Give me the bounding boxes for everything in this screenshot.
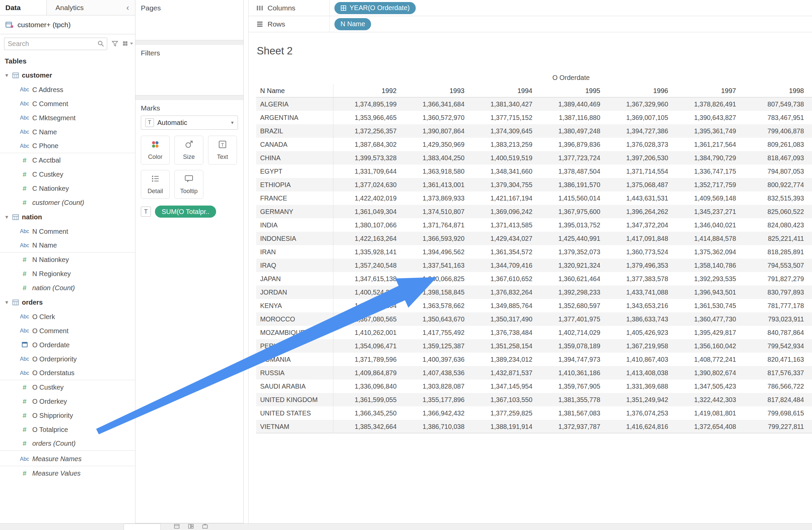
- value-cell[interactable]: 1,357,240,548: [333, 259, 401, 272]
- value-cell[interactable]: 1,425,440,991: [537, 232, 605, 245]
- row-label[interactable]: RUSSIA: [256, 366, 333, 380]
- value-cell[interactable]: 1,380,107,066: [333, 218, 401, 232]
- row-label[interactable]: SAUDI ARABIA: [256, 380, 333, 393]
- value-cell[interactable]: 1,375,362,094: [673, 245, 741, 259]
- field-c-phone[interactable]: AbcC Phone: [0, 139, 135, 153]
- value-cell[interactable]: 1,388,191,914: [469, 420, 537, 433]
- value-cell[interactable]: 1,422,163,264: [333, 232, 401, 245]
- value-cell[interactable]: 1,372,256,357: [333, 124, 401, 138]
- value-cell[interactable]: 840,787,864: [741, 326, 809, 339]
- value-cell[interactable]: 1,359,078,189: [537, 339, 605, 353]
- value-cell[interactable]: 1,377,715,152: [469, 111, 537, 124]
- value-cell[interactable]: 1,352,717,759: [673, 178, 741, 191]
- new-story-icon[interactable]: [202, 524, 208, 530]
- field-o-orderkey[interactable]: #O Orderkey: [0, 394, 135, 409]
- value-cell[interactable]: 1,355,177,896: [401, 393, 469, 407]
- value-cell[interactable]: 1,369,096,242: [469, 205, 537, 218]
- value-cell[interactable]: 1,410,262,001: [333, 326, 401, 339]
- field-o-orderdate[interactable]: O Orderdate: [0, 338, 135, 352]
- row-label[interactable]: CHINA: [256, 151, 333, 165]
- pages-shelf[interactable]: Pages: [135, 0, 243, 40]
- value-cell[interactable]: 1,410,867,403: [605, 353, 673, 366]
- value-cell[interactable]: 1,433,741,088: [605, 285, 673, 299]
- value-cell[interactable]: 1,385,342,664: [333, 420, 401, 433]
- value-cell[interactable]: 1,395,361,749: [673, 124, 741, 138]
- row-label[interactable]: ALGERIA: [256, 98, 333, 111]
- value-cell[interactable]: 1,416,624,816: [605, 420, 673, 433]
- value-cell[interactable]: 793,023,911: [741, 312, 809, 326]
- year-column-header[interactable]: 1992: [333, 84, 401, 97]
- value-cell[interactable]: 1,396,943,501: [673, 285, 741, 299]
- value-cell[interactable]: 1,377,723,724: [537, 151, 605, 165]
- value-cell[interactable]: 1,371,764,871: [401, 218, 469, 232]
- field-o-totalprice[interactable]: #O Totalprice: [0, 423, 135, 437]
- field-c-mktsegment[interactable]: AbcC Mktsegment: [0, 111, 135, 125]
- value-cell[interactable]: 1,381,567,083: [537, 407, 605, 420]
- row-label[interactable]: ROMANIA: [256, 353, 333, 366]
- collapse-pane-icon[interactable]: ‹: [120, 0, 135, 15]
- value-cell[interactable]: 1,344,671,104: [333, 299, 401, 312]
- value-cell[interactable]: 1,360,477,730: [673, 312, 741, 326]
- columns-shelf[interactable]: Columns YEAR(O Orderdate): [249, 0, 812, 16]
- value-cell[interactable]: 1,394,496,562: [401, 245, 469, 259]
- value-cell[interactable]: 1,361,354,572: [469, 245, 537, 259]
- value-cell[interactable]: 799,542,934: [741, 339, 809, 353]
- value-cell[interactable]: 1,377,024,630: [333, 178, 401, 191]
- value-cell[interactable]: 1,343,653,216: [605, 299, 673, 312]
- value-cell[interactable]: 1,376,738,484: [469, 326, 537, 339]
- value-cell[interactable]: 1,349,885,764: [469, 299, 537, 312]
- value-cell[interactable]: 799,698,615: [741, 407, 809, 420]
- year-column-header[interactable]: 1995: [537, 84, 605, 97]
- field-c-acctbal[interactable]: #C Acctbal: [0, 153, 135, 167]
- value-cell[interactable]: 1,361,413,001: [401, 178, 469, 191]
- year-column-header[interactable]: 1994: [469, 84, 537, 97]
- value-cell[interactable]: 1,351,249,942: [605, 393, 673, 407]
- field-c-address[interactable]: AbcC Address: [0, 83, 135, 97]
- value-cell[interactable]: 1,337,541,163: [401, 259, 469, 272]
- value-cell[interactable]: 1,345,237,271: [673, 205, 741, 218]
- field-measure-values[interactable]: #Measure Values: [0, 466, 135, 480]
- value-cell[interactable]: 1,387,684,302: [333, 138, 401, 151]
- value-cell[interactable]: 1,432,871,537: [469, 366, 537, 380]
- tab-analytics[interactable]: Analytics: [46, 0, 120, 15]
- value-cell[interactable]: 1,352,680,597: [537, 299, 605, 312]
- value-cell[interactable]: 1,336,096,840: [333, 380, 401, 393]
- value-cell[interactable]: 791,827,279: [741, 272, 809, 285]
- year-column-header[interactable]: 1996: [605, 84, 673, 97]
- value-cell[interactable]: 1,386,633,743: [605, 312, 673, 326]
- value-cell[interactable]: 1,381,340,427: [469, 98, 537, 111]
- field-o-orderpriority[interactable]: AbcO Orderpriority: [0, 352, 135, 366]
- new-dashboard-icon[interactable]: [188, 524, 193, 530]
- value-cell[interactable]: 1,360,773,524: [605, 245, 673, 259]
- filter-fields-icon[interactable]: [111, 40, 119, 47]
- field-customer-count[interactable]: #customer (Count): [0, 195, 135, 210]
- value-cell[interactable]: 820,471,163: [741, 353, 809, 366]
- row-label[interactable]: MOZAMBIQUE: [256, 326, 333, 339]
- value-cell[interactable]: 1,361,530,745: [673, 299, 741, 312]
- value-cell[interactable]: 1,347,372,204: [605, 218, 673, 232]
- value-cell[interactable]: 1,361,049,304: [333, 205, 401, 218]
- row-label[interactable]: JAPAN: [256, 272, 333, 285]
- value-cell[interactable]: 1,360,572,970: [401, 111, 469, 124]
- value-cell[interactable]: 1,380,497,248: [537, 124, 605, 138]
- value-cell[interactable]: 818,285,891: [741, 245, 809, 259]
- row-label[interactable]: GERMANY: [256, 205, 333, 218]
- value-cell[interactable]: 1,419,081,801: [673, 407, 741, 420]
- value-cell[interactable]: 1,394,727,386: [605, 124, 673, 138]
- value-cell[interactable]: 1,394,747,973: [537, 353, 605, 366]
- row-label[interactable]: INDONESIA: [256, 232, 333, 245]
- value-cell[interactable]: 1,443,631,531: [605, 191, 673, 205]
- year-column-header[interactable]: 1998: [741, 84, 809, 97]
- year-column-header[interactable]: 1997: [673, 84, 741, 97]
- value-cell[interactable]: 807,549,738: [741, 98, 809, 111]
- value-cell[interactable]: 1,421,167,194: [469, 191, 537, 205]
- row-label[interactable]: IRAQ: [256, 259, 333, 272]
- value-cell[interactable]: 830,797,893: [741, 285, 809, 299]
- table-group-orders[interactable]: ▾orders: [0, 295, 135, 310]
- value-cell[interactable]: 825,221,411: [741, 232, 809, 245]
- row-label[interactable]: INDIA: [256, 218, 333, 232]
- year-column-header[interactable]: 1993: [401, 84, 469, 97]
- search-input[interactable]: [7, 40, 98, 48]
- value-cell[interactable]: 824,080,423: [741, 218, 809, 232]
- value-cell[interactable]: 1,379,496,353: [605, 259, 673, 272]
